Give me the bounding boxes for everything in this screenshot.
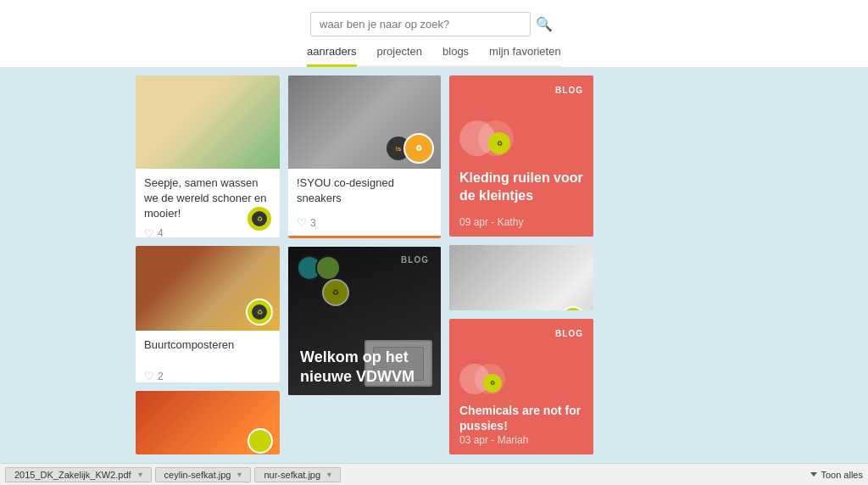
taskbar-ceylin-label: ceylin-sefkat.jpg [164, 470, 231, 480]
welkom-card[interactable]: ♻ BLOG Welkom op het nieuwe VDWVM [288, 247, 441, 395]
welkom-overlay: Welkom op het nieuwe VDWVM [288, 247, 441, 395]
chemicals-title: Chemicals are not for pussies! [459, 403, 583, 433]
composteren-title: Buurtcomposteren [144, 337, 271, 353]
kleding-blog-tag-row: BLOG [459, 86, 583, 120]
composteren-logo-badge: ♻ [246, 298, 273, 326]
top-bar: 🔍 aanraders projecten blogs mijn favorie… [0, 0, 868, 67]
isyou-card-body: !SYOU co-designed sneakers ♡ 3 [288, 169, 441, 236]
composteren-card[interactable]: ♻ Buurtcomposteren ♡ 2 [136, 246, 280, 382]
seepje-logo-inner: ♻ [252, 211, 267, 226]
composteren-image: ♻ [136, 246, 280, 331]
taskbar-nur-close[interactable]: ▾ [327, 470, 331, 479]
chemicals-logo: ♻ [483, 374, 502, 393]
right-column: BLOG ♻ Kleding ruilen voor de kleintjes … [449, 75, 593, 454]
tab-projecten[interactable]: projecten [377, 45, 422, 67]
kleding-logo: ♻ [488, 132, 510, 154]
isyou-image: !s ♻ [288, 75, 441, 169]
isyou-title: !SYOU co-designed sneakers [297, 176, 432, 206]
chemicals-meta: 03 apr - Mariah [459, 434, 528, 446]
taskbar-item-ceylin[interactable]: ceylin-sefkat.jpg ▾ [155, 467, 252, 482]
nav-tabs: aanraders projecten blogs mijn favoriete… [307, 45, 561, 67]
composteren-card-body: Buurtcomposteren ♡ 2 [136, 331, 280, 382]
yoni-card[interactable]: ♻ Yoni ♡ 2 [449, 245, 593, 310]
welkom-title: Welkom op het nieuwe VDWVM [300, 348, 429, 387]
middle-column: !s ♻ !SYOU co-designed sneakers ♡ 3 [288, 75, 441, 454]
taskbar-right: Toon alles [810, 470, 863, 480]
kleding-avatars: ♻ [459, 120, 583, 163]
isyou-card[interactable]: !s ♻ !SYOU co-designed sneakers ♡ 3 [288, 75, 441, 238]
taskbar-pdf-close[interactable]: ▾ [138, 470, 142, 479]
isyou-likes: ♡ 3 [297, 216, 432, 229]
kleding-blog-tag: BLOG [555, 86, 583, 95]
tab-mijn-favorieten[interactable]: mijn favorieten [489, 45, 561, 67]
taskbar: 2015_DK_Zakelijk_KW2.pdf ▾ ceylin-sefkat… [0, 463, 868, 485]
seepje-likes-count: 4 [158, 227, 164, 237]
search-button[interactable]: 🔍 [531, 13, 558, 36]
taskbar-item-pdf[interactable]: 2015_DK_Zakelijk_KW2.pdf ▾ [5, 467, 152, 482]
left-column: ♻ Seepje, samen wassen we de wereld scho… [136, 75, 280, 454]
tab-blogs[interactable]: blogs [442, 45, 469, 67]
seepje-card[interactable]: ♻ Seepje, samen wassen we de wereld scho… [136, 75, 280, 237]
chemicals-blog-tag: BLOG [555, 329, 583, 338]
taskbar-nur-label: nur-sefkat.jpg [264, 470, 320, 480]
taskbar-pdf-label: 2015_DK_Zakelijk_KW2.pdf [14, 470, 131, 480]
taskbar-item-nur[interactable]: nur-sefkat.jpg ▾ [254, 467, 341, 482]
heart-icon-3: ♡ [297, 216, 307, 229]
composteren-likes: ♡ 2 [144, 370, 271, 382]
kleding-title: Kleding ruilen voor de kleintjes [459, 170, 583, 205]
seepje-image: ♻ [136, 75, 280, 169]
kleding-meta: 09 apr - Kathy [459, 216, 523, 228]
bottom-left-image [136, 391, 280, 454]
bottom-left-logo [248, 428, 273, 454]
composteren-logo-inner: ♻ [252, 304, 267, 320]
isyou-likes-count: 3 [310, 217, 316, 229]
isyou-logo-orange: ♻ [403, 133, 434, 164]
kleding-card[interactable]: BLOG ♻ Kleding ruilen voor de kleintjes … [449, 75, 593, 237]
search-row: 🔍 [310, 12, 558, 36]
tab-aanraders[interactable]: aanraders [307, 45, 357, 67]
heart-icon-2: ♡ [144, 370, 154, 382]
composteren-likes-count: 2 [158, 371, 164, 382]
heart-icon: ♡ [144, 227, 154, 238]
chemicals-card[interactable]: BLOG ♻ Chemicals are not for pussies! 03… [449, 319, 593, 454]
chemicals-avatars: ♻ [459, 364, 583, 398]
yoni-image: ♻ [449, 245, 593, 310]
isyou-accent-line [288, 236, 441, 238]
bottom-left-card[interactable] [136, 391, 280, 454]
content-area: ♻ Seepje, samen wassen we de wereld scho… [0, 67, 868, 463]
search-input[interactable] [310, 12, 531, 36]
toon-alles-button[interactable]: Toon alles [810, 470, 863, 480]
chemicals-blog-tag-row: BLOG [459, 329, 583, 364]
toon-alles-arrow-icon [810, 472, 817, 477]
toon-alles-label: Toon alles [821, 470, 863, 480]
seepje-logo-badge: ♻ [246, 205, 273, 232]
taskbar-ceylin-close[interactable]: ▾ [237, 470, 242, 479]
